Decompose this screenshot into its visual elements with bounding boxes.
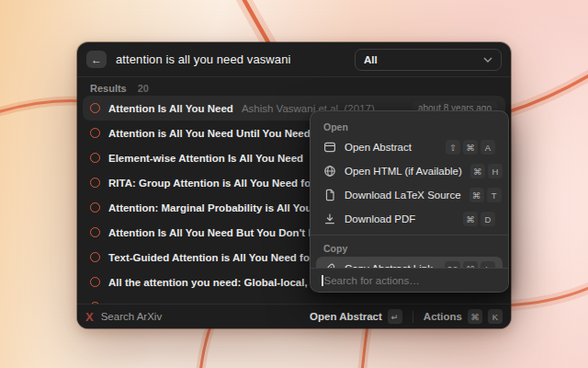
menu-item-label: Open HTML (if Available) — [345, 166, 462, 177]
command-keycap: ⌘ — [463, 212, 478, 226]
result-ring-icon — [90, 202, 100, 213]
menu-item-download-latex[interactable]: Download LaTeX Source ⌘ T — [316, 183, 503, 207]
results-count: 20 — [138, 83, 149, 94]
command-keycap: ⌘ — [469, 188, 484, 202]
result-ring-icon — [90, 227, 100, 237]
result-ring-icon — [90, 277, 100, 287]
a-keycap: A — [481, 140, 495, 155]
command-keycap: ⌘ — [468, 309, 482, 324]
app-name: Search ArXiv — [101, 311, 162, 322]
search-input[interactable]: attention is all you need vaswani — [116, 52, 290, 66]
t-keycap: T — [487, 188, 502, 202]
menu-section-open: Open — [316, 117, 503, 135]
app-window-icon — [323, 141, 336, 154]
back-button[interactable]: ← — [86, 51, 107, 68]
arxiv-logo-icon: X — [85, 310, 94, 324]
results-label: Results — [90, 83, 127, 94]
result-title: Element-wise Attention Is All You Need — [108, 153, 303, 164]
menu-section-copy: Copy — [316, 238, 503, 257]
file-text-icon — [323, 189, 336, 201]
result-title: Attention Is All You Need — [108, 103, 233, 114]
status-divider — [413, 311, 413, 323]
category-dropdown[interactable]: All — [355, 49, 502, 71]
d-keycap: D — [481, 212, 495, 226]
results-header: Results 20 — [90, 83, 149, 94]
k-keycap: K — [488, 309, 503, 324]
h-keycap: H — [488, 164, 503, 178]
category-value: All — [364, 54, 378, 65]
menu-divider — [311, 235, 508, 236]
result-ring-icon — [90, 252, 100, 262]
menu-item-label: Open Abstract — [345, 142, 412, 153]
globe-icon — [323, 165, 336, 178]
text-caret — [322, 275, 323, 286]
menu-item-download-pdf[interactable]: Download PDF ⌘ D — [316, 207, 503, 231]
result-ring-icon — [90, 103, 100, 113]
command-keycap: ⌘ — [470, 164, 485, 178]
chevron-down-icon — [483, 57, 492, 63]
actions-menu: Open Open Abstract ⇧ ⌘ A Open HTML (if A… — [310, 110, 509, 293]
command-keycap: ⌘ — [463, 140, 478, 155]
actions-button[interactable]: Actions — [424, 311, 462, 322]
return-keycap: ↵ — [388, 309, 402, 324]
action-search-input[interactable]: Search for actions… — [311, 268, 508, 292]
result-ring-icon — [90, 153, 100, 163]
action-search-placeholder: Search for actions… — [324, 275, 420, 286]
status-bar: X Search ArXiv Open Abstract ↵ Actions ⌘… — [77, 304, 511, 328]
result-ring-icon — [90, 128, 100, 138]
menu-item-label: Download PDF — [345, 213, 415, 224]
result-row[interactable]: Is Attention All What You Need? -- An Em… — [83, 294, 505, 304]
menu-item-label: Download LaTeX Source — [345, 190, 461, 201]
search-header: ← attention is all you need vaswani All — [77, 42, 511, 77]
shift-keycap: ⇧ — [446, 140, 460, 155]
menu-item-open-abstract[interactable]: Open Abstract ⇧ ⌘ A — [316, 135, 503, 159]
menu-item-open-html[interactable]: Open HTML (if Available) ⌘ H — [316, 159, 503, 183]
primary-action-label[interactable]: Open Abstract — [310, 311, 382, 322]
back-arrow-icon: ← — [91, 53, 102, 66]
result-ring-icon — [90, 178, 100, 188]
download-icon — [323, 213, 336, 225]
